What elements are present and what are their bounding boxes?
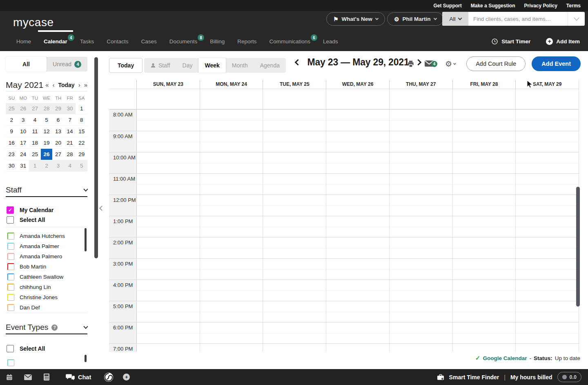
- mini-day[interactable]: 30: [6, 160, 18, 172]
- time-cell[interactable]: [452, 174, 516, 195]
- search-expand-button[interactable]: [568, 12, 585, 26]
- calendar-sync-button[interactable]: 4: [425, 60, 434, 67]
- staff-row[interactable]: chihhung Lin: [7, 282, 85, 292]
- time-cell[interactable]: [326, 301, 389, 322]
- tab-unread[interactable]: Unread 4: [47, 57, 87, 72]
- mini-day[interactable]: 15: [76, 126, 87, 137]
- nav-item-home[interactable]: Home: [16, 31, 31, 51]
- time-cell[interactable]: [389, 237, 452, 258]
- all-day-cell[interactable]: [515, 89, 579, 109]
- time-cell[interactable]: [389, 131, 452, 152]
- mini-day[interactable]: 9: [6, 126, 18, 137]
- all-day-cell[interactable]: [263, 89, 326, 109]
- staff-list-scrollbar[interactable]: [85, 228, 87, 251]
- nav-item-tasks[interactable]: Tasks: [80, 31, 94, 51]
- mini-day[interactable]: 4: [29, 114, 41, 126]
- time-cell[interactable]: [137, 322, 200, 343]
- all-day-cell[interactable]: [326, 89, 389, 109]
- time-cell[interactable]: [200, 195, 263, 216]
- view-month[interactable]: Month: [226, 58, 254, 73]
- mini-day[interactable]: 19: [41, 137, 53, 149]
- time-cell[interactable]: [515, 280, 579, 301]
- topbar-link[interactable]: Terms: [566, 3, 581, 9]
- chevron-down-icon[interactable]: [83, 324, 88, 329]
- event-types-select-all-row[interactable]: Select All: [7, 344, 45, 353]
- time-cell[interactable]: [200, 110, 263, 131]
- time-cell[interactable]: [326, 237, 389, 258]
- staff-row[interactable]: Christine Jones: [7, 292, 85, 302]
- mini-day[interactable]: 14: [64, 126, 76, 137]
- time-cell[interactable]: [452, 301, 516, 322]
- sidebar-scrollbar[interactable]: [94, 57, 98, 258]
- smart-time-finder-button[interactable]: Smart Time Finder: [449, 374, 499, 381]
- staff-checkbox[interactable]: [7, 233, 14, 240]
- time-cell[interactable]: [200, 259, 263, 280]
- time-cell[interactable]: [452, 195, 516, 216]
- time-cell[interactable]: [452, 152, 516, 173]
- nav-item-leads[interactable]: Leads: [323, 31, 338, 51]
- time-cell[interactable]: [389, 216, 452, 237]
- search-scope-select[interactable]: All: [442, 12, 468, 26]
- nav-item-contacts[interactable]: Contacts: [107, 31, 128, 51]
- nav-item-documents[interactable]: Documents8: [169, 31, 197, 51]
- event-types-scrollbar[interactable]: [85, 355, 87, 362]
- footer-add-button[interactable]: +: [123, 374, 130, 381]
- mini-day[interactable]: 28: [41, 103, 53, 114]
- prev-month-button[interactable]: ‹: [52, 81, 54, 88]
- time-cell[interactable]: [137, 174, 200, 195]
- partner-logo-button[interactable]: [104, 373, 113, 382]
- chat-button[interactable]: Chat: [66, 374, 91, 381]
- mini-day[interactable]: 5: [41, 114, 53, 126]
- my-calendar-checkbox-row[interactable]: ✓ My Calendar: [7, 206, 53, 215]
- staff-checkbox[interactable]: [7, 294, 14, 301]
- my-calendar-checkbox[interactable]: ✓: [7, 206, 14, 214]
- view-week[interactable]: Week: [198, 58, 225, 73]
- all-day-cell[interactable]: [389, 89, 452, 109]
- time-cell[interactable]: [200, 152, 263, 173]
- time-cell[interactable]: [326, 216, 389, 237]
- mini-day[interactable]: 12: [41, 126, 53, 137]
- time-cell[interactable]: [200, 344, 263, 352]
- add-court-rule-button[interactable]: Add Court Rule: [466, 56, 526, 71]
- staff-row[interactable]: Amanda Palmero: [7, 251, 85, 262]
- staff-row[interactable]: Amanda Hutchens: [7, 231, 85, 241]
- mini-day[interactable]: 11: [29, 126, 41, 137]
- staff-row[interactable]: Amanda Palmer: [7, 241, 85, 251]
- footer-calendar-button[interactable]: [6, 374, 13, 381]
- start-timer-button[interactable]: Start Timer: [491, 38, 530, 45]
- time-cell[interactable]: [200, 131, 263, 152]
- topbar-link[interactable]: Get Support: [433, 3, 461, 9]
- time-cell[interactable]: [389, 301, 452, 322]
- time-cell[interactable]: [263, 131, 326, 152]
- staff-row[interactable]: Dan Def: [7, 302, 85, 313]
- time-cell[interactable]: [515, 322, 579, 343]
- time-cell[interactable]: [515, 259, 579, 280]
- staff-checkbox[interactable]: [7, 304, 14, 311]
- time-cell[interactable]: [137, 152, 200, 173]
- time-cell[interactable]: [515, 216, 579, 237]
- staff-checkbox[interactable]: [7, 263, 14, 270]
- time-cell[interactable]: [263, 216, 326, 237]
- view-agenda[interactable]: Agenda: [254, 58, 286, 73]
- time-cell[interactable]: [452, 344, 516, 352]
- time-cell[interactable]: [452, 237, 516, 258]
- mini-day[interactable]: 13: [52, 126, 64, 137]
- staff-checkbox[interactable]: [7, 273, 14, 280]
- time-cell[interactable]: [200, 216, 263, 237]
- mini-day[interactable]: 5: [76, 160, 87, 172]
- mycase-logo[interactable]: mycase: [13, 16, 53, 29]
- add-event-button[interactable]: Add Event: [532, 56, 581, 71]
- time-cell[interactable]: [326, 259, 389, 280]
- time-cell[interactable]: [263, 344, 326, 352]
- mini-day[interactable]: 7: [64, 114, 76, 126]
- time-cell[interactable]: [389, 110, 452, 131]
- search-input[interactable]: [468, 12, 568, 26]
- user-menu-button[interactable]: ⚙ Phil Martin: [387, 12, 443, 26]
- mini-day[interactable]: 20: [52, 137, 64, 149]
- time-cell[interactable]: [452, 131, 516, 152]
- prev-week-button[interactable]: [294, 59, 301, 66]
- today-button[interactable]: Today: [109, 58, 143, 73]
- mini-day[interactable]: 25: [6, 103, 18, 114]
- time-cell[interactable]: [200, 237, 263, 258]
- staff-checkbox[interactable]: [7, 253, 14, 260]
